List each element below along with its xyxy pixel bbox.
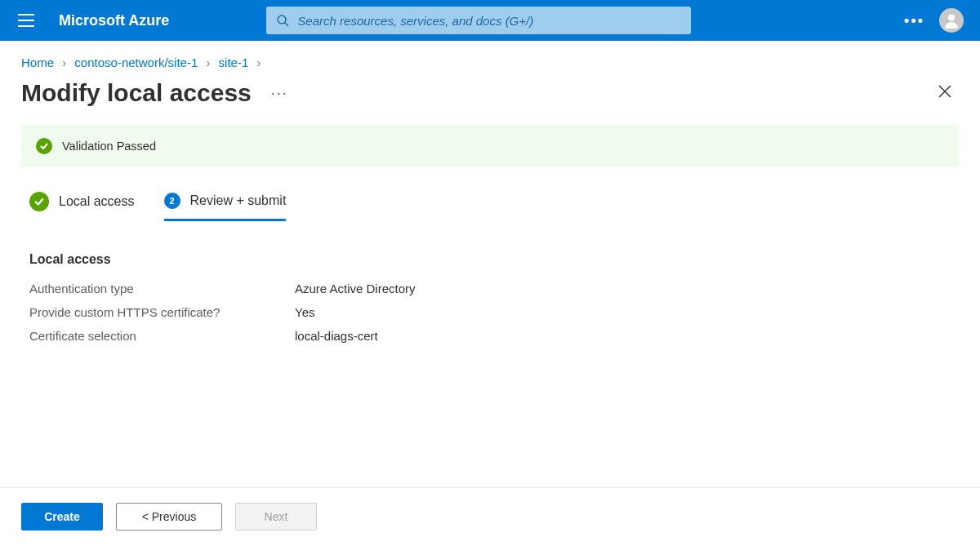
breadcrumb-separator: › xyxy=(252,56,265,69)
row-label: Certificate selection xyxy=(29,329,295,343)
validation-banner-text: Validation Passed xyxy=(62,140,156,153)
topbar-right: ••• xyxy=(904,8,964,33)
wizard-steps: Local access 2 Review + submit xyxy=(0,192,980,221)
step-review-submit[interactable]: 2 Review + submit xyxy=(164,193,287,221)
breadcrumb-item-home[interactable]: Home xyxy=(21,56,54,69)
row-label: Provide custom HTTPS certificate? xyxy=(29,305,295,319)
success-check-icon xyxy=(36,138,52,154)
menu-hamburger-icon[interactable] xyxy=(7,0,46,41)
row-value: Yes xyxy=(295,305,314,319)
step-complete-icon xyxy=(29,192,49,211)
row-auth-type: Authentication type Azure Active Directo… xyxy=(29,282,951,295)
title-more-icon[interactable]: ··· xyxy=(271,85,288,102)
section-title: Local access xyxy=(29,252,951,267)
close-button[interactable] xyxy=(931,78,959,109)
row-label: Authentication type xyxy=(29,282,295,295)
breadcrumb-item-site[interactable]: site-1 xyxy=(219,56,249,69)
breadcrumb-item-network[interactable]: contoso-network/site-1 xyxy=(74,56,198,69)
person-icon xyxy=(942,11,961,30)
next-button: Next xyxy=(235,503,317,531)
title-row: Modify local access ··· xyxy=(0,74,980,125)
svg-point-2 xyxy=(948,15,955,21)
page-title: Modify local access xyxy=(21,79,252,107)
breadcrumb: Home › contoso-network/site-1 › site-1 › xyxy=(0,41,980,74)
step-label: Review + submit xyxy=(190,193,287,208)
close-icon xyxy=(938,84,952,99)
previous-button[interactable]: < Previous xyxy=(116,503,222,531)
top-bar: Microsoft Azure ••• xyxy=(0,0,980,41)
brand-label[interactable]: Microsoft Azure xyxy=(56,12,179,29)
row-value: Azure Active Directory xyxy=(295,282,416,295)
breadcrumb-separator: › xyxy=(201,56,215,69)
row-value: local-diags-cert xyxy=(295,329,378,343)
global-search[interactable] xyxy=(266,7,691,34)
row-cert-selection: Certificate selection local-diags-cert xyxy=(29,329,951,343)
wizard-footer: Create < Previous Next xyxy=(0,487,980,531)
search-icon xyxy=(276,14,289,27)
row-custom-https: Provide custom HTTPS certificate? Yes xyxy=(29,305,951,319)
svg-line-1 xyxy=(285,23,288,26)
breadcrumb-separator: › xyxy=(57,56,71,69)
search-input[interactable] xyxy=(297,14,681,28)
create-button[interactable]: Create xyxy=(21,503,103,531)
step-number-badge: 2 xyxy=(164,193,180,209)
step-local-access[interactable]: Local access xyxy=(29,192,135,221)
topbar-more-icon[interactable]: ••• xyxy=(904,12,924,29)
search-wrap xyxy=(266,7,691,34)
step-label: Local access xyxy=(59,194,135,209)
review-section: Local access Authentication type Azure A… xyxy=(0,221,980,343)
validation-banner: Validation Passed xyxy=(21,125,959,167)
user-avatar[interactable] xyxy=(939,8,964,33)
